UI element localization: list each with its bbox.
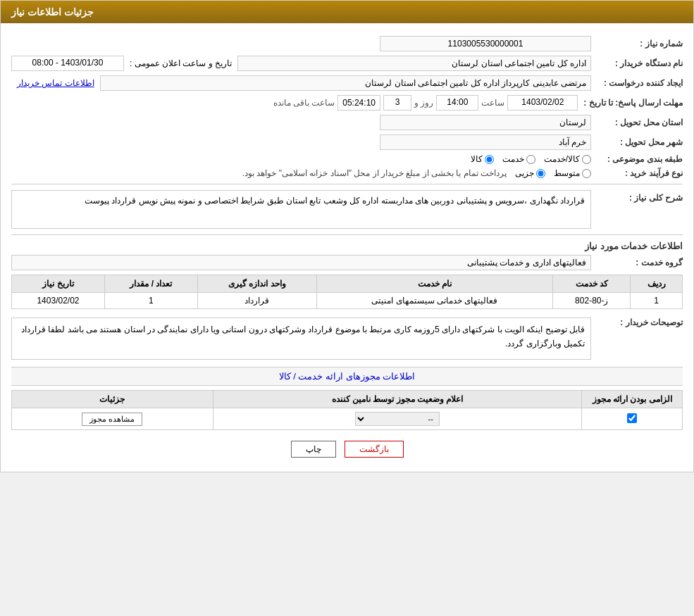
contact-info-link[interactable]: اطلاعات تماس خریدار xyxy=(17,78,94,88)
service-group-label: گروه خدمت : xyxy=(591,258,683,268)
buyer-notes-value: قابل توضیح اینکه الویت با شرکتهای دارای … xyxy=(11,318,591,360)
buyer-org-value: اداره کل تامین اجتماعی استان لرستان xyxy=(237,56,591,71)
reply-deadline-label: مهلت ارسال پاسخ: تا تاریخ : xyxy=(578,98,683,108)
purchase-type-radio-group: متوسط جزیی پرداخت تمام یا بخشی از مبلغ خ… xyxy=(11,168,591,178)
col-code: کد خدمت xyxy=(553,275,631,293)
print-button[interactable]: چاپ xyxy=(291,441,336,458)
back-button[interactable]: بازگشت xyxy=(345,441,404,458)
permit-col-required: الزامی بودن ارائه مجوز xyxy=(582,391,683,408)
category-kala-khedmat: کالا/خدمت xyxy=(544,154,591,164)
need-desc-label: شرح کلی نیاز : xyxy=(591,190,683,203)
col-date: تاریخ نیاز xyxy=(12,275,105,293)
purchase-desc: پرداخت تمام یا بخشی از مبلغ خریدار از مح… xyxy=(242,168,507,178)
table-row: 1 ز-80-802 فعالیتهای خدماتی سیستمهای امن… xyxy=(12,293,683,309)
services-title: اطلاعات خدمات مورد نیاز xyxy=(11,241,683,251)
province-label: استان محل تحویل : xyxy=(591,118,683,127)
row-num: 1 xyxy=(631,293,683,309)
permit-details-cell: مشاهده مجوز xyxy=(12,408,213,430)
page-header: جزئیات اطلاعات نیاز xyxy=(1,1,693,23)
permit-row: -- مشاهده مجوز xyxy=(12,408,683,430)
need-number-label: شماره نیاز : xyxy=(591,39,683,49)
city-value: خرم آباد xyxy=(380,134,591,150)
creator-value: مرتضی عابدینی کارپرداز اداره کل تامین اج… xyxy=(100,75,591,91)
bottom-buttons: بازگشت چاپ xyxy=(11,441,683,458)
purchase-motavaset-radio[interactable] xyxy=(582,169,591,178)
remaining-time-value: 05:24:10 xyxy=(337,95,380,111)
services-table: ردیف کد خدمت نام خدمت واحد اندازه گیری ت… xyxy=(11,275,683,309)
province-value: لرستان xyxy=(380,115,591,130)
category-kala: کالا xyxy=(471,154,494,164)
creator-label: ایجاد کننده درخواست : xyxy=(591,78,683,88)
reply-days-label: روز و xyxy=(414,98,433,108)
row-unit: قرارداد xyxy=(197,293,316,309)
view-permit-button[interactable]: مشاهده مجوز xyxy=(82,413,142,426)
permit-announce-select[interactable]: -- xyxy=(355,412,440,426)
reply-time-value: 14:00 xyxy=(436,95,478,111)
purchase-jozvi-radio[interactable] xyxy=(536,169,545,178)
reply-date-value: 1403/02/02 xyxy=(507,95,578,111)
category-label: طبقه بندی موضوعی : xyxy=(591,154,683,164)
reply-days-value: 3 xyxy=(383,95,411,111)
purchase-motavaset: متوسط xyxy=(554,168,591,178)
need-number-value: 1103005530000001 xyxy=(380,36,591,51)
category-khedmat-radio[interactable] xyxy=(526,155,535,164)
need-desc-value: قرارداد نگهداری ،سرویس و پشتیبانی دوربین… xyxy=(11,190,591,229)
city-label: شهر محل تحویل : xyxy=(591,137,683,147)
col-count: تعداد / مقدار xyxy=(104,275,197,293)
purchase-jozvi: جزیی xyxy=(515,168,545,178)
buyer-notes-label: توصیحات خریدار : xyxy=(591,315,683,327)
permit-announce-cell: -- xyxy=(213,408,582,430)
category-radio-group: کالا/خدمت خدمت کالا xyxy=(11,154,591,164)
service-group-value: فعالیتهای اداری و خدمات پشتیبانی xyxy=(11,255,591,270)
permit-required-checkbox[interactable] xyxy=(627,413,637,423)
col-unit: واحد اندازه گیری xyxy=(197,275,316,293)
category-kala-radio[interactable] xyxy=(485,155,494,164)
announce-date-label: تاریخ و ساعت اعلان عمومی : xyxy=(130,58,232,68)
permit-required-cell xyxy=(582,408,683,430)
remaining-label: ساعت باقی مانده xyxy=(273,98,335,108)
col-name: نام خدمت xyxy=(316,275,553,293)
row-date: 1403/02/02 xyxy=(12,293,105,309)
row-count: 1 xyxy=(104,293,197,309)
col-row: ردیف xyxy=(631,275,683,293)
announce-date-value: 1403/01/30 - 08:00 xyxy=(11,56,124,71)
permit-col-announce: اعلام وضعیت مجوز توسط نامین کننده xyxy=(213,391,582,408)
row-code: ز-80-802 xyxy=(553,293,631,309)
reply-time-label: ساعت xyxy=(481,98,504,108)
permit-table: الزامی بودن ارائه مجوز اعلام وضعیت مجوز … xyxy=(11,390,683,430)
row-name: فعالیتهای خدماتی سیستمهای امنیتی xyxy=(316,293,553,309)
category-kala-khedmat-radio[interactable] xyxy=(582,155,591,164)
category-khedmat: خدمت xyxy=(502,154,535,164)
purchase-type-label: نوع فرآیند خرید : xyxy=(591,168,683,178)
page-title: جزئیات اطلاعات نیاز xyxy=(11,6,94,18)
buyer-org-label: نام دستگاه خریدار : xyxy=(591,58,683,68)
permit-section-title: اطلاعات مجوزهای ارائه خدمت / کالا xyxy=(11,367,683,386)
permit-col-details: جزئیات xyxy=(12,391,213,408)
